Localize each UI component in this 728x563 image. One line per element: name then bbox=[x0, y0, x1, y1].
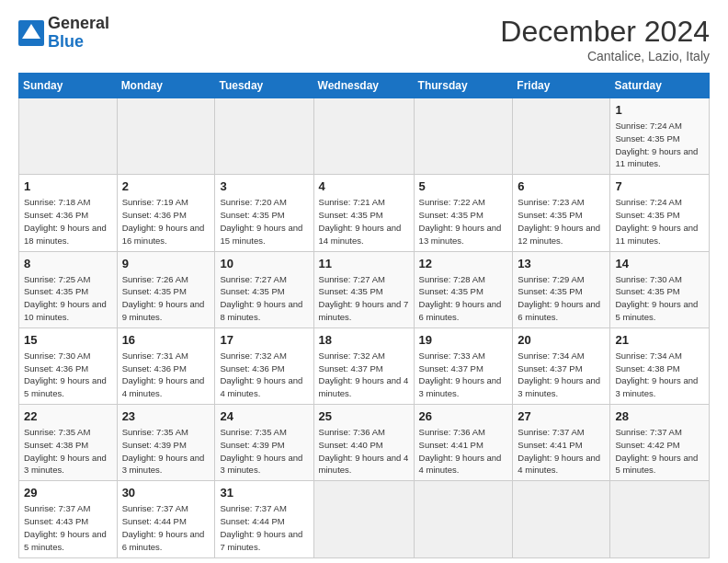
day-cell bbox=[117, 98, 215, 175]
day-cell: 14Sunrise: 7:30 AM Sunset: 4:35 PM Dayli… bbox=[610, 251, 710, 327]
day-info: Sunrise: 7:23 AM Sunset: 4:35 PM Dayligh… bbox=[518, 196, 605, 247]
day-cell: 1Sunrise: 7:24 AM Sunset: 4:35 PM Daylig… bbox=[610, 98, 710, 175]
day-info: Sunrise: 7:31 AM Sunset: 4:36 PM Dayligh… bbox=[122, 350, 210, 400]
day-number: 23 bbox=[122, 408, 210, 425]
day-cell: 17Sunrise: 7:32 AM Sunset: 4:36 PM Dayli… bbox=[215, 327, 313, 404]
day-info: Sunrise: 7:35 AM Sunset: 4:38 PM Dayligh… bbox=[24, 426, 112, 477]
calendar: SundayMondayTuesdayWednesdayThursdayFrid… bbox=[18, 73, 710, 558]
logo-icon bbox=[18, 20, 44, 46]
day-info: Sunrise: 7:32 AM Sunset: 4:37 PM Dayligh… bbox=[319, 350, 409, 400]
day-cell: 19Sunrise: 7:33 AM Sunset: 4:37 PM Dayli… bbox=[414, 327, 513, 404]
day-info: Sunrise: 7:36 AM Sunset: 4:41 PM Dayligh… bbox=[419, 426, 508, 477]
day-number: 2 bbox=[122, 178, 210, 195]
col-header-friday: Friday bbox=[513, 74, 610, 98]
day-info: Sunrise: 7:37 AM Sunset: 4:44 PM Dayligh… bbox=[220, 502, 308, 553]
day-info: Sunrise: 7:18 AM Sunset: 4:36 PM Dayligh… bbox=[24, 196, 112, 247]
day-number: 12 bbox=[419, 256, 508, 272]
day-info: Sunrise: 7:34 AM Sunset: 4:38 PM Dayligh… bbox=[615, 350, 704, 400]
day-number: 1 bbox=[615, 102, 704, 119]
day-cell bbox=[610, 481, 710, 557]
day-number: 31 bbox=[220, 485, 308, 501]
day-info: Sunrise: 7:26 AM Sunset: 4:35 PM Dayligh… bbox=[122, 273, 210, 324]
header-row: SundayMondayTuesdayWednesdayThursdayFrid… bbox=[19, 74, 710, 98]
day-number: 21 bbox=[615, 332, 704, 349]
calendar-body: 1Sunrise: 7:24 AM Sunset: 4:35 PM Daylig… bbox=[19, 98, 710, 558]
day-info: Sunrise: 7:35 AM Sunset: 4:39 PM Dayligh… bbox=[220, 426, 308, 477]
day-info: Sunrise: 7:21 AM Sunset: 4:35 PM Dayligh… bbox=[319, 196, 409, 247]
day-info: Sunrise: 7:27 AM Sunset: 4:35 PM Dayligh… bbox=[220, 273, 308, 324]
day-info: Sunrise: 7:32 AM Sunset: 4:36 PM Dayligh… bbox=[220, 350, 308, 400]
day-cell bbox=[414, 98, 513, 175]
day-number: 15 bbox=[24, 332, 112, 349]
day-number: 17 bbox=[220, 332, 308, 349]
day-cell: 16Sunrise: 7:31 AM Sunset: 4:36 PM Dayli… bbox=[117, 327, 215, 404]
col-header-thursday: Thursday bbox=[414, 74, 513, 98]
day-cell: 30Sunrise: 7:37 AM Sunset: 4:44 PM Dayli… bbox=[117, 481, 215, 557]
day-cell: 31Sunrise: 7:37 AM Sunset: 4:44 PM Dayli… bbox=[215, 481, 313, 557]
day-info: Sunrise: 7:30 AM Sunset: 4:35 PM Dayligh… bbox=[615, 273, 704, 324]
day-number: 6 bbox=[518, 178, 605, 195]
day-number: 29 bbox=[24, 485, 112, 501]
day-cell: 9Sunrise: 7:26 AM Sunset: 4:35 PM Daylig… bbox=[117, 251, 215, 327]
day-info: Sunrise: 7:33 AM Sunset: 4:37 PM Dayligh… bbox=[419, 350, 508, 400]
day-cell: 8Sunrise: 7:25 AM Sunset: 4:35 PM Daylig… bbox=[19, 251, 118, 327]
col-header-sunday: Sunday bbox=[19, 74, 118, 98]
day-number: 26 bbox=[419, 408, 508, 425]
day-number: 1 bbox=[24, 178, 112, 195]
day-number: 5 bbox=[419, 178, 508, 195]
day-info: Sunrise: 7:37 AM Sunset: 4:43 PM Dayligh… bbox=[24, 502, 112, 553]
day-number: 22 bbox=[24, 408, 112, 425]
col-header-saturday: Saturday bbox=[610, 74, 710, 98]
day-cell: 1Sunrise: 7:18 AM Sunset: 4:36 PM Daylig… bbox=[19, 175, 118, 251]
week-row-1: 1Sunrise: 7:18 AM Sunset: 4:36 PM Daylig… bbox=[19, 175, 710, 251]
day-cell: 13Sunrise: 7:29 AM Sunset: 4:35 PM Dayli… bbox=[513, 251, 610, 327]
day-cell: 12Sunrise: 7:28 AM Sunset: 4:35 PM Dayli… bbox=[414, 251, 513, 327]
day-info: Sunrise: 7:19 AM Sunset: 4:36 PM Dayligh… bbox=[122, 196, 210, 247]
day-cell bbox=[513, 481, 610, 557]
day-cell: 2Sunrise: 7:19 AM Sunset: 4:36 PM Daylig… bbox=[117, 175, 215, 251]
day-info: Sunrise: 7:22 AM Sunset: 4:35 PM Dayligh… bbox=[419, 196, 508, 247]
day-info: Sunrise: 7:37 AM Sunset: 4:42 PM Dayligh… bbox=[615, 426, 704, 477]
day-info: Sunrise: 7:24 AM Sunset: 4:35 PM Dayligh… bbox=[615, 196, 704, 247]
location: Cantalice, Lazio, Italy bbox=[500, 49, 710, 63]
day-cell: 24Sunrise: 7:35 AM Sunset: 4:39 PM Dayli… bbox=[215, 405, 313, 481]
day-number: 9 bbox=[122, 256, 210, 272]
day-cell: 27Sunrise: 7:37 AM Sunset: 4:41 PM Dayli… bbox=[513, 405, 610, 481]
day-number: 30 bbox=[122, 485, 210, 501]
week-row-5: 29Sunrise: 7:37 AM Sunset: 4:43 PM Dayli… bbox=[19, 481, 710, 557]
day-info: Sunrise: 7:25 AM Sunset: 4:35 PM Dayligh… bbox=[24, 273, 112, 324]
day-number: 24 bbox=[220, 408, 308, 425]
day-cell: 10Sunrise: 7:27 AM Sunset: 4:35 PM Dayli… bbox=[215, 251, 313, 327]
day-cell: 20Sunrise: 7:34 AM Sunset: 4:37 PM Dayli… bbox=[513, 327, 610, 404]
day-cell: 6Sunrise: 7:23 AM Sunset: 4:35 PM Daylig… bbox=[513, 175, 610, 251]
day-number: 20 bbox=[518, 332, 605, 349]
day-info: Sunrise: 7:36 AM Sunset: 4:40 PM Dayligh… bbox=[319, 426, 409, 477]
calendar-header: SundayMondayTuesdayWednesdayThursdayFrid… bbox=[19, 74, 710, 98]
col-header-tuesday: Tuesday bbox=[215, 74, 313, 98]
day-info: Sunrise: 7:29 AM Sunset: 4:35 PM Dayligh… bbox=[518, 273, 605, 324]
day-cell bbox=[215, 98, 313, 175]
day-number: 8 bbox=[24, 256, 112, 272]
header: General Blue December 2024 Cantalice, La… bbox=[18, 15, 710, 63]
day-number: 14 bbox=[615, 256, 704, 272]
day-number: 16 bbox=[122, 332, 210, 349]
day-number: 27 bbox=[518, 408, 605, 425]
week-row-2: 8Sunrise: 7:25 AM Sunset: 4:35 PM Daylig… bbox=[19, 251, 710, 327]
day-cell: 4Sunrise: 7:21 AM Sunset: 4:35 PM Daylig… bbox=[313, 175, 414, 251]
day-cell: 28Sunrise: 7:37 AM Sunset: 4:42 PM Dayli… bbox=[610, 405, 710, 481]
day-cell: 15Sunrise: 7:30 AM Sunset: 4:36 PM Dayli… bbox=[19, 327, 118, 404]
day-number: 3 bbox=[220, 178, 308, 195]
day-info: Sunrise: 7:27 AM Sunset: 4:35 PM Dayligh… bbox=[319, 273, 409, 324]
day-cell: 29Sunrise: 7:37 AM Sunset: 4:43 PM Dayli… bbox=[19, 481, 118, 557]
day-info: Sunrise: 7:34 AM Sunset: 4:37 PM Dayligh… bbox=[518, 350, 605, 400]
day-cell: 25Sunrise: 7:36 AM Sunset: 4:40 PM Dayli… bbox=[313, 405, 414, 481]
day-cell: 21Sunrise: 7:34 AM Sunset: 4:38 PM Dayli… bbox=[610, 327, 710, 404]
day-info: Sunrise: 7:20 AM Sunset: 4:35 PM Dayligh… bbox=[220, 196, 308, 247]
logo: General Blue bbox=[18, 15, 109, 52]
day-cell: 18Sunrise: 7:32 AM Sunset: 4:37 PM Dayli… bbox=[313, 327, 414, 404]
title-block: December 2024 Cantalice, Lazio, Italy bbox=[500, 15, 710, 63]
day-cell: 23Sunrise: 7:35 AM Sunset: 4:39 PM Dayli… bbox=[117, 405, 215, 481]
day-number: 19 bbox=[419, 332, 508, 349]
day-number: 25 bbox=[319, 408, 409, 425]
day-info: Sunrise: 7:28 AM Sunset: 4:35 PM Dayligh… bbox=[419, 273, 508, 324]
